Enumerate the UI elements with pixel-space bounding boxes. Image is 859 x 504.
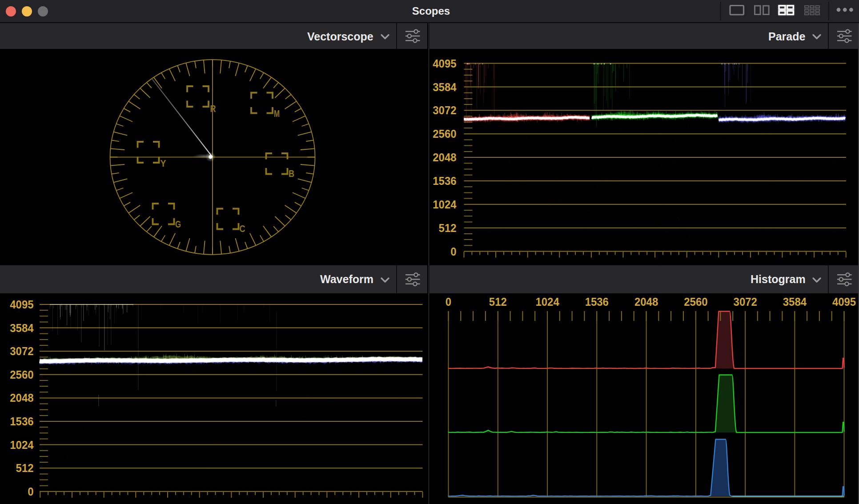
- svg-text:R: R: [210, 103, 216, 114]
- svg-text:4095: 4095: [10, 298, 33, 311]
- svg-text:4095: 4095: [832, 295, 856, 308]
- svg-text:1024: 1024: [433, 198, 457, 211]
- svg-text:512: 512: [16, 461, 34, 475]
- svg-text:1536: 1536: [433, 174, 456, 188]
- svg-text:1024: 1024: [10, 438, 34, 452]
- svg-text:G: G: [175, 219, 181, 230]
- svg-text:3584: 3584: [783, 295, 807, 308]
- svg-text:2048: 2048: [634, 295, 658, 308]
- svg-text:512: 512: [439, 221, 457, 235]
- svg-text:0: 0: [446, 295, 451, 308]
- svg-text:2048: 2048: [10, 391, 33, 404]
- svg-text:1536: 1536: [10, 415, 33, 428]
- svg-text:4095: 4095: [433, 57, 456, 70]
- svg-text:3072: 3072: [433, 104, 456, 117]
- svg-text:0: 0: [450, 245, 456, 258]
- svg-text:1536: 1536: [585, 295, 609, 308]
- svg-text:0: 0: [28, 485, 33, 498]
- svg-text:2560: 2560: [433, 127, 456, 140]
- svg-text:3584: 3584: [10, 321, 34, 335]
- svg-text:2560: 2560: [10, 368, 33, 381]
- svg-text:3072: 3072: [734, 295, 757, 308]
- svg-text:3584: 3584: [433, 80, 457, 94]
- svg-text:M: M: [274, 108, 280, 119]
- svg-text:Y: Y: [161, 158, 166, 169]
- svg-text:C: C: [240, 223, 245, 234]
- svg-text:2048: 2048: [433, 151, 456, 164]
- svg-text:3072: 3072: [10, 344, 33, 358]
- svg-text:2560: 2560: [684, 295, 707, 308]
- svg-text:B: B: [289, 168, 294, 179]
- svg-text:512: 512: [489, 295, 507, 308]
- svg-text:1024: 1024: [536, 295, 560, 308]
